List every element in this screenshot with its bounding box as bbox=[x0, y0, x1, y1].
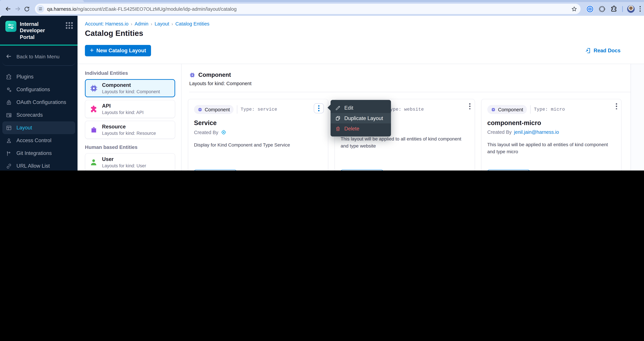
forward-icon[interactable] bbox=[13, 4, 22, 13]
layout-icon bbox=[5, 124, 12, 131]
page-title: Catalog Entities bbox=[85, 29, 644, 38]
bookmark-star-icon[interactable] bbox=[570, 4, 578, 13]
active-tab[interactable] bbox=[0, 0, 84, 2]
extensions-puzzle-icon[interactable] bbox=[610, 4, 618, 13]
spinner-extension-icon[interactable] bbox=[598, 4, 606, 13]
breadcrumb-account[interactable]: Account: Harness.io bbox=[85, 21, 128, 26]
sidebar-divider bbox=[2, 61, 76, 66]
link-icon bbox=[5, 163, 12, 169]
chevron-sep-icon: › bbox=[131, 21, 132, 26]
edit-layout-button[interactable]: Edit Layout bbox=[194, 170, 236, 170]
entity-kind-resource[interactable]: ResourceLayouts for kind: Resource bbox=[85, 121, 175, 139]
address-bar[interactable]: qa.harness.io/ng/account/zEaak-FLS425IEO… bbox=[35, 4, 580, 14]
new-catalog-layout-button[interactable]: + New Catalog Layout bbox=[85, 45, 151, 56]
breadcrumb: Account: Harness.io› Admin› Layout› Cata… bbox=[85, 21, 644, 26]
chevron-sep-icon: › bbox=[172, 21, 173, 26]
creator-harness-icon bbox=[221, 129, 226, 135]
card-menu-kebab-icon[interactable] bbox=[616, 103, 617, 109]
card-context-menu: Edit Duplicate Layout Delete bbox=[330, 100, 391, 136]
layout-title: Service bbox=[194, 119, 322, 127]
plus-icon: + bbox=[90, 47, 94, 54]
kind-badge: Component bbox=[194, 105, 234, 114]
puzzle-icon bbox=[89, 105, 98, 113]
breadcrumb-catalog-entities[interactable]: Catalog Entities bbox=[175, 21, 210, 26]
idp-logo-icon bbox=[5, 21, 16, 32]
layout-title: component-micro bbox=[487, 119, 616, 127]
badge-divider bbox=[237, 105, 237, 114]
branch-arrows-icon bbox=[5, 150, 12, 157]
copy-icon bbox=[335, 115, 341, 121]
arrow-left-icon bbox=[5, 53, 12, 60]
site-settings-icon[interactable] bbox=[36, 5, 44, 13]
entity-kind-user[interactable]: UserLayouts for kind: User bbox=[85, 153, 175, 170]
module-grid-icon[interactable] bbox=[66, 22, 73, 29]
puzzle-icon bbox=[5, 73, 12, 80]
sidebar-item-plugins[interactable]: Plugins bbox=[0, 70, 78, 83]
breadcrumb-layout[interactable]: Layout bbox=[154, 21, 169, 26]
sidebar-item-access-control[interactable]: Access Control bbox=[0, 134, 78, 147]
briefcase-icon bbox=[89, 125, 98, 134]
browser-menu-icon[interactable] bbox=[640, 6, 641, 12]
edit-layout-button[interactable]: Edit Layout bbox=[487, 170, 530, 170]
context-menu-duplicate-layout[interactable]: Duplicate Layout bbox=[330, 113, 391, 123]
doc-arrow-icon bbox=[585, 48, 591, 54]
trash-icon bbox=[335, 126, 341, 131]
sidebar-item-scorecards[interactable]: Scorecards bbox=[0, 109, 78, 121]
type-value: service bbox=[258, 107, 277, 112]
gears-icon bbox=[5, 86, 12, 93]
entity-kind-component[interactable]: ComponentLayouts for kind: Component bbox=[85, 79, 175, 97]
chip-icon bbox=[198, 107, 202, 112]
sidebar-item-url-allow-list[interactable]: URL Allow List bbox=[0, 160, 78, 170]
product-title: Internal Developer Portal bbox=[20, 21, 60, 40]
layout-description: This layout will be applied to all entit… bbox=[487, 141, 616, 155]
layout-description: This layout will be applied to all entit… bbox=[341, 135, 469, 150]
layout-description: Display for Kind Component and Type Serv… bbox=[194, 141, 322, 149]
sidebar-item-layout[interactable]: Layout bbox=[2, 121, 75, 134]
chip-icon bbox=[189, 72, 195, 78]
context-menu-edit[interactable]: Edit bbox=[330, 103, 391, 113]
toolbar: + New Catalog Layout Read Docs bbox=[78, 38, 644, 64]
chip-icon bbox=[89, 84, 98, 92]
reload-icon[interactable] bbox=[22, 4, 32, 13]
card-menu-kebab-icon[interactable] bbox=[469, 103, 470, 109]
url-text[interactable]: qa.harness.io/ng/account/zEaak-FLS425IEO… bbox=[47, 6, 570, 11]
layout-card-service: Component Type: service Service Created … bbox=[188, 99, 328, 170]
browser-tabstrip bbox=[0, 0, 644, 2]
kind-badge: Component bbox=[487, 105, 527, 114]
kind-title: Component bbox=[198, 71, 231, 78]
chevron-sep-icon: › bbox=[151, 21, 152, 26]
read-docs-link[interactable]: Read Docs bbox=[585, 48, 620, 54]
layouts-panel: Component Layouts for kind: Component Co… bbox=[182, 64, 630, 170]
scorecard-icon bbox=[5, 112, 12, 118]
badge-divider bbox=[530, 105, 530, 114]
sidebar-item-configurations[interactable]: Configurations bbox=[0, 83, 78, 96]
kind-subtitle: Layouts for kind: Component bbox=[189, 81, 630, 86]
breadcrumb-admin[interactable]: Admin bbox=[134, 21, 148, 26]
entity-kind-api[interactable]: APILayouts for kind: API bbox=[85, 100, 175, 118]
context-menu-delete[interactable]: Delete bbox=[330, 123, 391, 134]
sidebar-item-git-integrations[interactable]: Git Integrations bbox=[0, 147, 78, 160]
card-menu-kebab-icon[interactable] bbox=[314, 103, 324, 113]
back-icon[interactable] bbox=[3, 4, 13, 13]
sidebar: Internal Developer Portal Back to Main M… bbox=[0, 16, 78, 170]
layout-card-component-micro: Component Type: micro component-micro Cr… bbox=[481, 99, 622, 170]
toolbar-divider bbox=[622, 6, 623, 12]
sidebar-item-oauth-configurations[interactable]: OAuth Configurations bbox=[0, 96, 78, 109]
main-content: Account: Harness.io› Admin› Layout› Cata… bbox=[78, 16, 644, 170]
edit-layout-button[interactable]: Edit Layout bbox=[341, 170, 383, 170]
back-to-main-menu[interactable]: Back to Main Menu bbox=[0, 46, 78, 61]
pencil-outline-icon bbox=[335, 105, 341, 111]
section-heading: Human based Entities bbox=[85, 144, 175, 150]
password-manager-extension-icon[interactable] bbox=[586, 4, 594, 13]
lock-icon bbox=[5, 99, 12, 106]
browser-profile-avatar[interactable] bbox=[627, 5, 635, 13]
browser-chrome: qa.harness.io/ng/account/zEaak-FLS425IEO… bbox=[0, 0, 644, 16]
person-icon bbox=[5, 137, 12, 144]
section-heading: Individual Entities bbox=[85, 70, 175, 76]
screen: qa.harness.io/ng/account/zEaak-FLS425IEO… bbox=[0, 0, 644, 170]
entity-kind-panel: Individual Entities ComponentLayouts for… bbox=[78, 64, 181, 170]
user-icon bbox=[89, 158, 98, 167]
type-value: micro bbox=[551, 107, 565, 112]
type-value: website bbox=[404, 107, 424, 112]
creator-email-link[interactable]: jenil.jain@harness.io bbox=[514, 129, 559, 135]
